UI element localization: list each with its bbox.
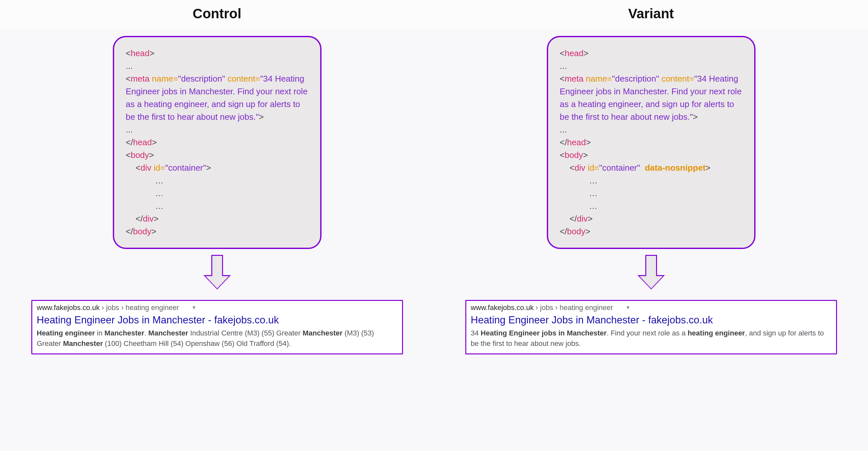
serp-bold: Manchester bbox=[303, 329, 342, 337]
tag-head-open: head bbox=[131, 48, 150, 58]
tag-div: div bbox=[141, 163, 151, 173]
tag-body-open: body bbox=[131, 150, 149, 160]
heading-variant: Variant bbox=[434, 6, 868, 22]
tag-div-close: div bbox=[577, 214, 588, 224]
serp-bold: heating engineer bbox=[688, 329, 745, 337]
attr-id: id= bbox=[154, 163, 165, 173]
serp-breadcrumb: www.fakejobs.co.uk › jobs › heating engi… bbox=[471, 304, 832, 312]
serp-path: › jobs › heating engineer bbox=[534, 304, 613, 312]
dots: … bbox=[126, 200, 308, 213]
control-code-box: <head> ... <meta name="description" cont… bbox=[113, 36, 321, 249]
attr-name: name= bbox=[586, 74, 612, 84]
attr-content: content= bbox=[661, 74, 694, 84]
attr-name: name= bbox=[152, 74, 178, 84]
tag-div-close: div bbox=[143, 214, 154, 224]
dots: … bbox=[126, 187, 308, 200]
serp-title: Heating Engineer Jobs in Manchester - fa… bbox=[37, 314, 398, 327]
variant-serp-box: www.fakejobs.co.uk › jobs › heating engi… bbox=[465, 300, 837, 355]
tag-div: div bbox=[575, 163, 585, 173]
serp-path: › jobs › heating engineer bbox=[100, 304, 179, 312]
tag-meta: meta bbox=[565, 74, 584, 84]
serp-breadcrumb: www.fakejobs.co.uk › jobs › heating engi… bbox=[37, 304, 398, 312]
arrow-down-icon bbox=[638, 255, 665, 294]
dots: … bbox=[126, 174, 308, 187]
attr-id: id= bbox=[588, 163, 599, 173]
tag-body-close: body bbox=[133, 226, 151, 236]
header-bar: Control Variant bbox=[0, 0, 868, 29]
serp-title: Heating Engineer Jobs in Manchester - fa… bbox=[471, 314, 832, 327]
control-column: <head> ... <meta name="description" cont… bbox=[0, 36, 434, 355]
variant-column: <head> ... <meta name="description" cont… bbox=[434, 36, 868, 355]
attr-content: content= bbox=[227, 74, 260, 84]
serp-bold: Heating Engineer jobs in Manchester bbox=[480, 329, 607, 337]
control-serp-desc: Heating engineer in Manchester. Manchest… bbox=[37, 328, 398, 349]
heading-control: Control bbox=[0, 6, 434, 22]
arrow-variant bbox=[638, 255, 665, 294]
tag-body-open: body bbox=[565, 150, 583, 160]
content-row: <head> ... <meta name="description" cont… bbox=[0, 29, 868, 374]
ellipsis: ... bbox=[560, 60, 742, 73]
caret-down-icon: ▼ bbox=[625, 305, 631, 311]
serp-bold: Manchester bbox=[63, 339, 103, 347]
tag-head-close: head bbox=[133, 137, 152, 147]
control-serp-box: www.fakejobs.co.uk › jobs › heating engi… bbox=[31, 300, 403, 355]
ellipsis: ... bbox=[560, 123, 742, 136]
caret-down-icon: ▼ bbox=[191, 305, 197, 311]
variant-code-box: <head> ... <meta name="description" cont… bbox=[547, 36, 755, 249]
serp-bold: Manchester bbox=[104, 329, 144, 337]
attr-id-val: "container" bbox=[165, 163, 206, 173]
serp-bold: Heating engineer bbox=[37, 329, 95, 337]
ellipsis: ... bbox=[126, 123, 308, 136]
tag-meta: meta bbox=[131, 74, 150, 84]
arrow-down-icon bbox=[204, 255, 231, 294]
ellipsis: ... bbox=[126, 60, 308, 73]
attr-id-val: "container" bbox=[599, 163, 640, 173]
dots: … bbox=[560, 174, 742, 187]
dots: … bbox=[560, 187, 742, 200]
tag-head-open: head bbox=[565, 48, 584, 58]
arrow-control bbox=[204, 255, 231, 294]
variant-serp-desc: 34 Heating Engineer jobs in Manchester. … bbox=[471, 328, 832, 349]
attr-name-val: "description" bbox=[612, 74, 659, 84]
serp-bold: Manchester bbox=[148, 329, 188, 337]
serp-domain: www.fakejobs.co.uk bbox=[471, 304, 534, 312]
tag-head-close: head bbox=[567, 137, 586, 147]
diagram-page: Control Variant <head> ... <meta name="d… bbox=[0, 0, 868, 451]
attr-name-val: "description" bbox=[178, 74, 225, 84]
tag-body-close: body bbox=[567, 226, 585, 236]
dots: … bbox=[560, 200, 742, 213]
serp-domain: www.fakejobs.co.uk bbox=[37, 304, 100, 312]
attr-data-nosnippet: data-nosnippet bbox=[645, 163, 705, 173]
